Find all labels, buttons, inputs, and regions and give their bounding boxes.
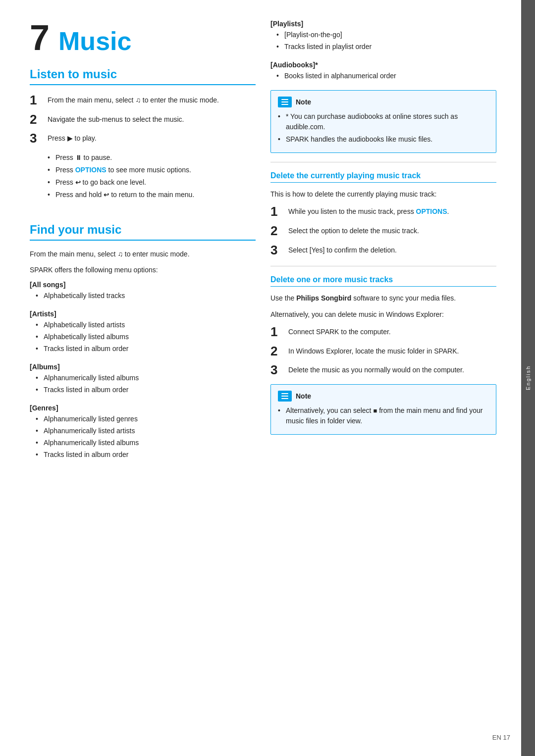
step-item: 3 Delete the music as you normally would… <box>270 363 496 377</box>
step-number: 2 <box>270 344 281 358</box>
step-item: 2 Navigate the sub-menus to select the m… <box>30 112 256 127</box>
note-icon-line <box>281 99 288 100</box>
delete-more-steps: 1 Connect SPARK to the computer. 2 In Wi… <box>270 325 496 377</box>
chapter-title: Music <box>58 28 131 54</box>
audiobooks-items: Books listed in alphanumerical order <box>276 71 496 81</box>
menu-item: Alphabetically listed artists <box>36 320 256 330</box>
listen-steps: 1 From the main menu, select ♫ to enter … <box>30 93 256 146</box>
delete-more-intro2: Alternatively, you can delete music in W… <box>270 309 496 320</box>
page-footer: EN 17 <box>492 734 510 741</box>
step-number: 3 <box>270 363 281 377</box>
note-audiobooks: Note * You can purchase audiobooks at on… <box>270 90 496 153</box>
delete-more-intro1: Use the Philips Songbird software to syn… <box>270 293 496 303</box>
note-title: Note <box>296 98 311 106</box>
back-hold-icon: ↩ <box>104 190 109 200</box>
note-icon-lines-2 <box>281 393 288 399</box>
menu-label: [All songs] <box>30 281 256 289</box>
note-icon-line <box>281 101 288 102</box>
step-text: Connect SPARK to the computer. <box>288 325 391 337</box>
menu-item: Tracks listed in album order <box>36 344 256 354</box>
menu-items: Alphanumerically listed albums Tracks li… <box>36 373 256 395</box>
note-bullet: * You can purchase audiobooks at online … <box>278 111 489 132</box>
menu-item: Alphanumerically listed albums <box>36 438 256 448</box>
menu-all-songs: [All songs] Alphabetically listed tracks <box>30 281 256 301</box>
step-item: 1 While you listen to the music track, p… <box>270 204 496 219</box>
section-listen-heading: Listen to music <box>30 67 256 85</box>
menu-items: Alphanumerically listed genres Alphanume… <box>36 414 256 460</box>
back-icon: ↩ <box>75 178 81 188</box>
note-icon-line <box>281 398 288 399</box>
bullet-item: Press ⏸ to pause. <box>48 152 256 163</box>
menu-item: Alphanumerically listed artists <box>36 426 256 436</box>
main-content: 7 Music Listen to music 1 From the main … <box>0 0 521 756</box>
pause-icon: ⏸ <box>75 153 82 163</box>
note-bullets: * You can purchase audiobooks at online … <box>278 111 489 145</box>
step-item: 2 In Windows Explorer, locate the music … <box>270 344 496 358</box>
left-column: 7 Music Listen to music 1 From the main … <box>30 20 256 736</box>
menu-label: [Albums] <box>30 363 256 371</box>
find-intro1: From the main menu, select ♫ to enter mu… <box>30 249 256 259</box>
playlist-item: [Playlist-on-the-go] <box>276 30 496 40</box>
delete-current-heading: Delete the currently playing music track <box>270 171 496 183</box>
note-title-2: Note <box>296 392 311 400</box>
step-number: 2 <box>30 112 41 127</box>
section-find-heading: Find your music <box>30 223 256 241</box>
page: English 7 Music Listen to music 1 From t… <box>0 0 535 756</box>
listen-sub-bullets: Press ⏸ to pause. Press OPTIONS to see m… <box>48 152 256 200</box>
section-listen: Listen to music 1 From the main menu, se… <box>30 67 256 200</box>
find-intro2: SPARK offers the following menu options: <box>30 264 256 275</box>
footer-text: EN 17 <box>492 734 510 741</box>
note-bullet: Alternatively, you can select ■ from the… <box>278 405 489 426</box>
bullet-item: Press and hold ↩ to return to the main m… <box>48 190 256 200</box>
step-text: Press ▶ to play. <box>48 131 97 144</box>
menu-label: [Genres] <box>30 404 256 412</box>
step-text: While you listen to the music track, pre… <box>288 204 449 217</box>
step-text: Select the option to delete the music tr… <box>288 224 419 236</box>
step-item: 3 Press ▶ to play. <box>30 131 256 146</box>
step-text: Delete the music as you normally would o… <box>288 363 464 375</box>
menu-label: [Artists] <box>30 310 256 318</box>
section-delete-more: Delete one or more music tracks Use the … <box>270 275 496 435</box>
note-icon-lines <box>281 99 288 105</box>
menu-items: Alphabetically listed tracks <box>36 291 256 301</box>
step-item: 1 From the main menu, select ♫ to enter … <box>30 93 256 107</box>
folder-icon: ■ <box>373 406 377 416</box>
chapter-number: 7 <box>30 20 50 55</box>
note-bullet: SPARK handles the audiobooks like music … <box>278 134 489 145</box>
menu-playlists: [Playlists] [Playlist-on-the-go] Tracks … <box>270 20 496 52</box>
note-header: Note <box>278 97 489 107</box>
step-number: 2 <box>270 224 281 238</box>
step-number: 1 <box>30 93 41 107</box>
menu-item: Tracks listed in album order <box>36 450 256 460</box>
playlist-item: Tracks listed in playlist order <box>276 42 496 52</box>
menu-item: Alphanumerically listed genres <box>36 414 256 424</box>
options-keyword: OPTIONS <box>416 207 447 215</box>
audiobooks-item: Books listed in alphanumerical order <box>276 71 496 81</box>
step-item: 1 Connect SPARK to the computer. <box>270 325 496 339</box>
options-keyword: OPTIONS <box>75 166 107 174</box>
playlists-label: [Playlists] <box>270 20 496 28</box>
right-column: [Playlists] [Playlist-on-the-go] Tracks … <box>270 20 496 736</box>
delete-more-heading: Delete one or more music tracks <box>270 275 496 287</box>
divider <box>270 162 496 162</box>
delete-steps: 1 While you listen to the music track, p… <box>270 204 496 257</box>
step-text: Select [Yes] to confirm the deletion. <box>288 243 397 255</box>
note-delete-bullets: Alternatively, you can select ■ from the… <box>278 405 489 426</box>
step-text: Navigate the sub-menus to select the mus… <box>48 112 184 125</box>
note-header-2: Note <box>278 391 489 402</box>
section-find: Find your music From the main menu, sele… <box>30 223 256 460</box>
menu-item: Tracks listed in album order <box>36 385 256 395</box>
music-note-icon-2: ♫ <box>117 250 123 258</box>
music-note-icon: ♫ <box>135 96 141 104</box>
songbird-brand: Philips Songbird <box>296 294 351 302</box>
menu-artists: [Artists] Alphabetically listed artists … <box>30 310 256 354</box>
note-icon <box>278 97 292 107</box>
audiobooks-label: [Audiobooks]* <box>270 61 496 69</box>
note-icon-line <box>281 104 288 105</box>
menu-item: Alphabetically listed albums <box>36 332 256 342</box>
chapter-heading: 7 Music <box>30 20 256 55</box>
menu-item: Alphabetically listed tracks <box>36 291 256 301</box>
note-icon-2 <box>278 391 292 402</box>
menu-albums: [Albums] Alphanumerically listed albums … <box>30 363 256 395</box>
bullet-item: Press OPTIONS to see more music options. <box>48 165 256 175</box>
